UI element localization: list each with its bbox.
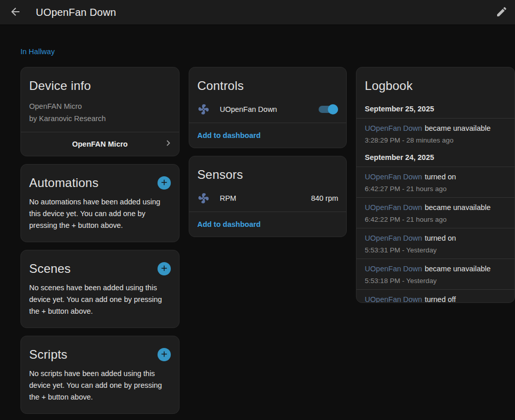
logbook-action: became unavailable xyxy=(424,124,490,132)
arrow-left-icon xyxy=(9,6,21,19)
logbook-timestamp: 5:53:31 PM - Yesterday xyxy=(365,246,506,254)
logbook-date-header: September 24, 2025 xyxy=(365,149,506,167)
fan-entity-name[interactable]: UOpenFan Down xyxy=(220,105,319,113)
chevron-right-icon xyxy=(163,137,174,151)
rpm-sensor-name[interactable]: RPM xyxy=(220,194,311,202)
logbook-entry: UOpenFan Downbecame unavailable 5:53:18 … xyxy=(356,259,514,289)
logbook-entity-link[interactable]: UOpenFan Down xyxy=(365,234,422,242)
add-scene-button[interactable] xyxy=(158,262,171,275)
logbook-entry: UOpenFan Downturned on 6:42:27 PM - 21 h… xyxy=(356,167,514,197)
add-automation-button[interactable] xyxy=(158,176,171,190)
rpm-sensor-value: 840 rpm xyxy=(311,194,338,202)
sensors-title: Sensors xyxy=(197,168,339,182)
automations-card: Automations No automations have been add… xyxy=(20,164,180,242)
controls-footer: Add to dashboard xyxy=(189,123,347,148)
logbook-entity-link[interactable]: UOpenFan Down xyxy=(365,295,422,303)
app-bar: UOpenFan Down xyxy=(0,0,515,25)
logbook-entity-link[interactable]: UOpenFan Down xyxy=(365,203,422,212)
columns: Device info OpenFAN Micro by Karanovic R… xyxy=(20,67,515,414)
right-column: Logbook September 25, 2025 UOpenFan Down… xyxy=(356,67,515,303)
logbook-title: Logbook xyxy=(365,79,506,93)
controls-card: Controls UOpenFan Down Add to dashboard xyxy=(189,67,347,148)
area-link[interactable]: In Hallway xyxy=(20,48,55,56)
sensors-add-to-dashboard-link[interactable]: Add to dashboard xyxy=(197,220,261,228)
logbook-date-header: September 25, 2025 xyxy=(365,100,506,118)
scenes-card: Scenes No scenes have been added using t… xyxy=(20,250,180,328)
logbook-timestamp: 5:53:18 PM - Yesterday xyxy=(365,277,506,285)
fan-icon xyxy=(197,103,210,115)
device-integration-label: OpenFAN Micro xyxy=(72,140,128,148)
plus-icon xyxy=(160,264,169,274)
logbook-action: became unavailable xyxy=(424,265,490,273)
logbook-action: turned on xyxy=(424,234,456,242)
device-integration-link[interactable]: OpenFAN Micro xyxy=(21,132,179,156)
logbook-entry: UOpenFan Downturned on 5:53:31 PM - Yest… xyxy=(356,228,514,259)
logbook-entity-link[interactable]: UOpenFan Down xyxy=(365,265,422,273)
plus-icon xyxy=(160,178,169,189)
logbook-timestamp: 6:42:22 PM - 21 hours ago xyxy=(365,216,506,223)
fan-icon xyxy=(197,192,210,204)
device-page: In Hallway Device info OpenFAN Micro by … xyxy=(0,25,515,414)
logbook-action: turned off xyxy=(424,295,456,303)
logbook-timestamp: 3:28:29 PM - 28 minutes ago xyxy=(365,136,506,144)
page-title: UOpenFan Down xyxy=(36,7,116,18)
logbook-entry: UOpenFan Downbecame unavailable 3:28:29 … xyxy=(356,118,514,149)
logbook-entry: UOpenFan Downbecame unavailable 6:42:22 … xyxy=(356,197,514,228)
edit-device-button[interactable] xyxy=(491,2,512,22)
logbook-entity-link[interactable]: UOpenFan Down xyxy=(365,173,422,181)
back-button[interactable] xyxy=(5,2,26,22)
logbook-card: Logbook September 25, 2025 UOpenFan Down… xyxy=(356,67,515,303)
sensors-card: Sensors RPM 840 rpm Add to dashboard xyxy=(189,156,347,237)
scenes-title: Scenes xyxy=(29,262,71,276)
logbook-entity-link[interactable]: UOpenFan Down xyxy=(365,124,422,132)
logbook-action: turned on xyxy=(424,173,456,181)
rpm-sensor-row: RPM 840 rpm xyxy=(197,192,339,204)
automations-empty-text: No automations have been added using thi… xyxy=(29,196,171,231)
device-manufacturer: by Karanovic Research xyxy=(29,112,171,125)
fan-toggle-thumb xyxy=(328,104,338,114)
plus-icon xyxy=(160,349,169,360)
device-info-title: Device info xyxy=(29,79,171,93)
scripts-title: Scripts xyxy=(29,347,68,362)
sensors-footer: Add to dashboard xyxy=(189,212,347,237)
scripts-card: Scripts No scripts have been added using… xyxy=(20,336,180,414)
middle-column: Controls UOpenFan Down Add to dashboard xyxy=(189,67,347,237)
pencil-icon xyxy=(496,6,508,19)
automations-title: Automations xyxy=(29,176,99,190)
scenes-empty-text: No scenes have been added using this dev… xyxy=(29,282,171,317)
device-info-card: Device info OpenFAN Micro by Karanovic R… xyxy=(20,67,180,156)
fan-toggle[interactable] xyxy=(319,104,338,114)
controls-title: Controls xyxy=(197,79,339,93)
scripts-empty-text: No scripts have been added using this de… xyxy=(29,368,171,403)
logbook-action: became unavailable xyxy=(424,203,490,212)
logbook-entry: UOpenFan Downturned off xyxy=(356,289,514,303)
controls-add-to-dashboard-link[interactable]: Add to dashboard xyxy=(197,131,261,139)
fan-entity-row: UOpenFan Down xyxy=(197,103,339,115)
left-column: Device info OpenFAN Micro by Karanovic R… xyxy=(20,67,180,414)
add-script-button[interactable] xyxy=(158,348,171,361)
logbook-timestamp: 6:42:27 PM - 21 hours ago xyxy=(365,185,506,193)
device-model: OpenFAN Micro xyxy=(29,100,171,112)
